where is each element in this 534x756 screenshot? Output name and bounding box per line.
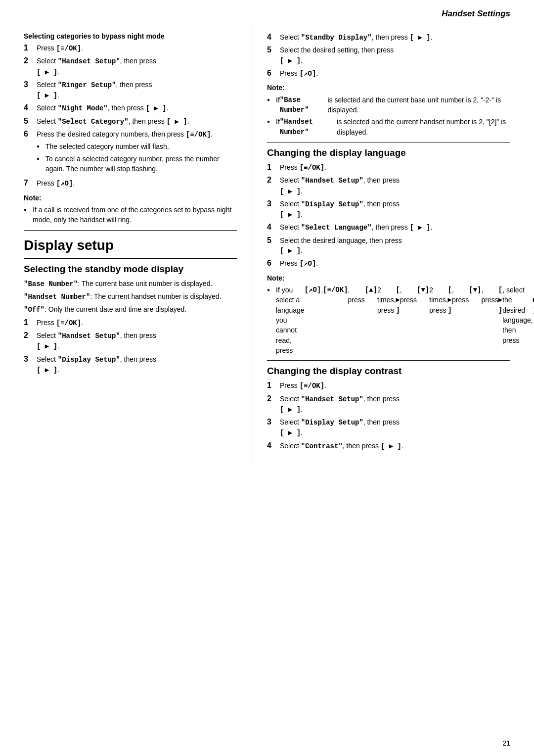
step-5: Select "Select Category", then press [ ▶… [24,116,237,127]
step-2: Select "Handset Setup", then press[ ▶ ]. [24,56,237,77]
contrast-step-4: Select "Contrast", then press [ ▶ ]. [267,441,510,451]
lang-step-2: Select "Handset Setup", then press[ ▶ ]. [267,175,510,196]
contrast-step-1: Press [≡/OK]. [267,380,510,391]
note-lang-1: If you select a language you cannot read… [267,285,510,355]
note-bypass-night: Note: If a call is received from one of … [24,193,237,225]
contrast-step-3: Select "Display Setup", then press[ ▶ ]. [267,417,510,438]
divider-4 [267,360,510,361]
standby-step-4: Select "Standby Display", then press [ ▶… [267,32,510,43]
display-setup-title: Display setup [24,237,237,253]
contrast-steps: Press [≡/OK]. Select "Handset Setup", th… [267,380,510,451]
standby-steps-continued: Select "Standby Display", then press [ ▶… [267,32,510,79]
display-language-title: Changing the display language [267,147,510,158]
off-desc: "Off": Only the current date and time ar… [24,304,237,315]
standby-step-5: Select the desired setting, then press[ … [267,45,510,66]
divider-1 [24,230,237,231]
standby-step-1: Press [≡/OK]. [24,318,237,328]
step-3: Select "Ringer Setup", then press[ ▶ ]. [24,80,237,101]
left-column: Selecting categories to bypass night mod… [0,23,252,463]
handset-number-desc: "Handset Number": The current handset nu… [24,291,237,302]
lang-step-5: Select the desired language, then press[… [267,236,510,256]
display-setup-section: Display setup Selecting the standby mode… [24,237,237,375]
display-language-steps: Press [≡/OK]. Select "Handset Setup", th… [267,162,510,269]
step-6: Press the desired category numbers, then… [24,129,237,176]
page-header: Handset Settings [0,0,534,23]
contrast-step-2: Select "Handset Setup", then press[ ▶ ]. [267,394,510,415]
standby-step-2: Select "Handset Setup", then press[ ▶ ]. [24,331,237,352]
standby-step-3: Select "Display Setup", then press[ ▶ ]. [24,354,237,376]
page-number: 21 [502,739,510,747]
lang-step-4: Select "Select Language", then press [ ▶… [267,222,510,233]
section-bypass-night-title: Selecting categories to bypass night mod… [24,32,237,40]
display-contrast-section: Changing the display contrast Press [≡/O… [267,366,510,451]
page-footer: 21 [502,739,510,747]
note-bullet-1: If a call is received from one of the ca… [24,205,237,225]
step-4: Select "Night Mode", then press [ ▶ ]. [24,103,237,113]
step-1: Press [≡/OK]. [24,43,237,53]
bypass-night-steps: Press [≡/OK]. Select "Handset Setup", th… [24,43,237,189]
note-standby: Note: If "Base Number" is selected and t… [267,83,510,137]
standby-mode-title: Selecting the standby mode display [24,264,237,275]
display-contrast-title: Changing the display contrast [267,366,510,377]
divider-3 [267,142,510,142]
lang-step-1: Press [≡/OK]. [267,162,510,173]
note-standby-1: If "Base Number" is selected and the cur… [267,95,510,115]
standby-steps: Press [≡/OK]. Select "Handset Setup", th… [24,318,237,375]
bullet-cancel: To cancel a selected category number, pr… [37,154,237,174]
lang-step-3: Select "Display Setup", then press[ ▶ ]. [267,199,510,220]
bullet-flash: The selected category number will flash. [37,142,237,151]
lang-step-6: Press [↗O]. [267,258,510,269]
divider-2 [24,258,237,259]
header-title: Handset Settings [442,9,510,19]
right-column: Select "Standby Display", then press [ ▶… [252,23,534,463]
step-7: Press [↗O]. [24,178,237,189]
note-language: Note: If you select a language you canno… [267,273,510,356]
section-bypass-night: Selecting categories to bypass night mod… [24,32,237,225]
note-standby-2: If "Handset Number" is selected and the … [267,117,510,137]
base-number-desc: "Base Number": The current base unit num… [24,279,237,289]
page: Handset Settings Selecting categories to… [0,0,534,756]
main-content: Selecting categories to bypass night mod… [0,23,534,463]
step-6-bullets: The selected category number will flash.… [37,142,237,174]
standby-step-6: Press [↗O]. [267,68,510,79]
display-language-section: Changing the display language Press [≡/O… [267,147,510,355]
standby-continued: Select "Standby Display", then press [ ▶… [267,32,510,137]
